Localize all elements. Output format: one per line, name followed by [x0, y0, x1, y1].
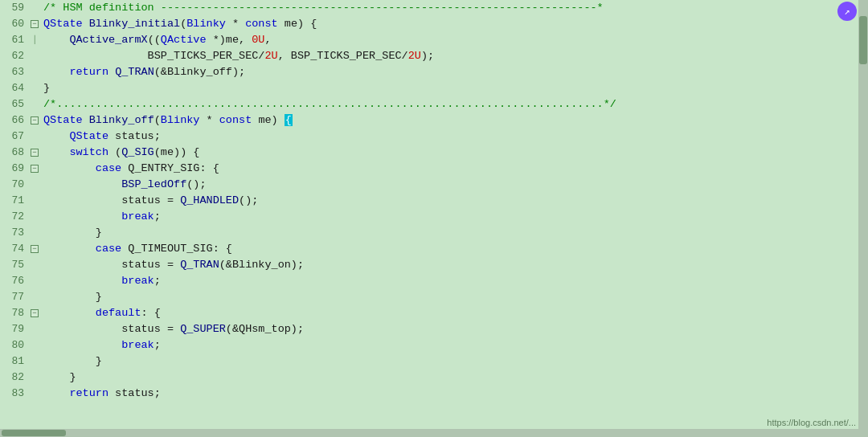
table-row: 77 } [0, 289, 868, 305]
fold-col [29, 370, 40, 386]
horizontal-scrollbar[interactable] [0, 429, 858, 437]
table-row: 80 break; [0, 337, 868, 353]
table-row: 62 BSP_TICKS_PER_SEC/2U, BSP_TICKS_PER_S… [0, 48, 868, 64]
code-content: /* HSM definition ----------------------… [40, 0, 868, 16]
fold-col[interactable]: − [29, 241, 40, 257]
code-content: } [40, 289, 868, 305]
fold-col [29, 64, 40, 80]
table-row: 65 /*...................................… [0, 96, 868, 112]
fold-col [29, 177, 40, 193]
code-content: QActive_armX((QActive *)me, 0U, [40, 32, 868, 48]
line-number: 70 [0, 177, 29, 193]
code-content: switch (Q_SIG(me)) { [40, 145, 868, 161]
table-row: 79 status = Q_SUPER(&QHsm_top); [0, 321, 868, 337]
code-content: BSP_ledOff(); [40, 177, 868, 193]
code-content: } [40, 353, 868, 370]
line-number: 64 [0, 80, 29, 96]
fold-col [29, 193, 40, 209]
code-content: case Q_TIMEOUT_SIG: { [40, 241, 868, 257]
line-number: 59 [0, 0, 29, 16]
line-number: 75 [0, 257, 29, 273]
table-row: 66 − QState Blinky_off(Blinky * const me… [0, 112, 868, 129]
fold-col [29, 257, 40, 273]
table-row: 81 } [0, 353, 868, 370]
table-row: 71 status = Q_HANDLED(); [0, 193, 868, 209]
line-number: 62 [0, 48, 29, 64]
code-content: } [40, 80, 868, 96]
fold-col[interactable]: − [29, 145, 40, 161]
scrollbar-thumb-h[interactable] [2, 430, 66, 436]
fold-col [29, 273, 40, 289]
table-row: 72 break; [0, 209, 868, 225]
table-row: 69 − case Q_ENTRY_SIG: { [0, 161, 868, 177]
code-content: } [40, 225, 868, 241]
table-row: 82 } [0, 370, 868, 386]
fold-col: │ [29, 32, 40, 48]
lines-wrapper: 59 /* HSM definition -------------------… [0, 0, 868, 410]
fold-col [29, 386, 40, 402]
code-content: break; [40, 337, 868, 353]
table-row: 59 /* HSM definition -------------------… [0, 0, 868, 16]
code-content: QState Blinky_initial(Blinky * const me)… [40, 16, 868, 32]
scrollbar-thumb-v[interactable] [859, 16, 867, 64]
fold-col[interactable]: − [29, 305, 40, 321]
line-number: 76 [0, 273, 29, 289]
line-number: 73 [0, 225, 29, 241]
code-content: } [40, 370, 868, 386]
table-row: 61 │ QActive_armX((QActive *)me, 0U, [0, 32, 868, 48]
line-number: 78 [0, 305, 29, 321]
fold-col [29, 321, 40, 337]
fold-col[interactable]: − [29, 161, 40, 177]
table-row: 74 − case Q_TIMEOUT_SIG: { [0, 241, 868, 257]
table-row: 68 − switch (Q_SIG(me)) { [0, 145, 868, 161]
table-row: 83 return status; [0, 386, 868, 402]
code-content: default: { [40, 305, 868, 321]
fold-col [29, 289, 40, 305]
code-content: return Q_TRAN(&Blinky_off); [40, 64, 868, 80]
table-row: 67 QState status; [0, 129, 868, 145]
line-number: 67 [0, 129, 29, 145]
line-number: 61 [0, 32, 29, 48]
fold-col [29, 80, 40, 96]
code-content: status = Q_TRAN(&Blinky_on); [40, 257, 868, 273]
vertical-scrollbar[interactable] [858, 0, 868, 437]
fold-col [29, 129, 40, 145]
line-number: 60 [0, 16, 29, 32]
table-row: 63 return Q_TRAN(&Blinky_off); [0, 64, 868, 80]
line-number: 65 [0, 96, 29, 112]
code-content: status = Q_SUPER(&QHsm_top); [40, 321, 868, 337]
fold-col [29, 209, 40, 225]
line-number: 68 [0, 145, 29, 161]
line-number: 82 [0, 370, 29, 386]
line-number: 77 [0, 289, 29, 305]
line-number: 72 [0, 209, 29, 225]
fold-col [29, 96, 40, 112]
line-number: 80 [0, 337, 29, 353]
fold-col [29, 225, 40, 241]
table-row: 70 BSP_ledOff(); [0, 177, 868, 193]
fold-col[interactable]: − [29, 16, 40, 32]
table-row: 75 status = Q_TRAN(&Blinky_on); [0, 257, 868, 273]
line-number: 69 [0, 161, 29, 177]
line-number: 71 [0, 193, 29, 209]
code-content: case Q_ENTRY_SIG: { [40, 161, 868, 177]
fold-col[interactable]: − [29, 112, 40, 129]
fold-col [29, 353, 40, 370]
table-row: 60 − QState Blinky_initial(Blinky * cons… [0, 16, 868, 32]
table-row: 73 } [0, 225, 868, 241]
line-number: 83 [0, 386, 29, 402]
code-content: break; [40, 209, 868, 225]
url-bar: https://blog.csdn.net/... [767, 418, 856, 427]
fold-col [29, 0, 40, 16]
fold-col [29, 337, 40, 353]
code-content: return status; [40, 386, 868, 402]
line-number: 63 [0, 64, 29, 80]
code-area[interactable]: 59 /* HSM definition -------------------… [0, 0, 868, 437]
table-row: 76 break; [0, 273, 868, 289]
code-content: QState status; [40, 129, 868, 145]
code-content: QState Blinky_off(Blinky * const me) { [40, 112, 868, 129]
fold-col [29, 48, 40, 64]
code-content: break; [40, 273, 868, 289]
table-row: 78 − default: { [0, 305, 868, 321]
code-content: status = Q_HANDLED(); [40, 193, 868, 209]
